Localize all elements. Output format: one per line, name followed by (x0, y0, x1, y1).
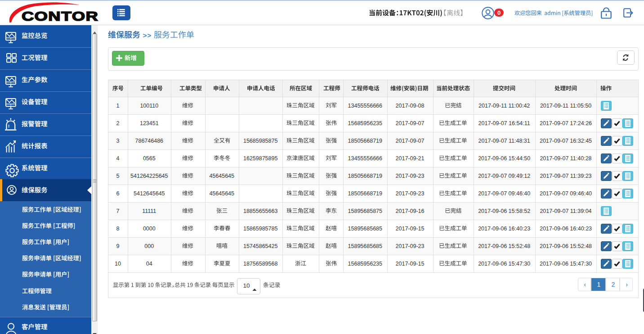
svg-text:CONTOR: CONTOR (22, 9, 98, 23)
